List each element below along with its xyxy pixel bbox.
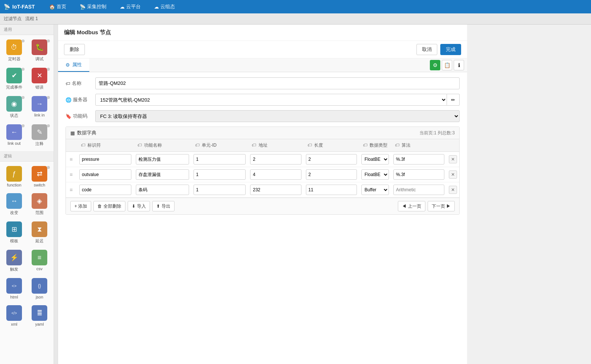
complete-button[interactable]: 完成	[440, 44, 461, 55]
input-arithmetic-1[interactable]	[393, 154, 444, 165]
import-btn[interactable]: ⬇ 导入	[128, 201, 150, 211]
html-label: html	[10, 295, 18, 299]
server-select[interactable]: 152管路气密机-QM202	[95, 94, 447, 106]
input-length-2[interactable]	[306, 169, 357, 180]
bookmark-icon: 🔖	[66, 114, 71, 119]
sidebar-item-linkout[interactable]: ← link out	[2, 122, 26, 149]
input-address-1[interactable]	[250, 154, 301, 165]
tab-copy-btn[interactable]: 📋	[442, 60, 452, 70]
sidebar-item-error[interactable]: ✕ 错误	[28, 66, 51, 92]
input-identifier-2[interactable]	[79, 169, 131, 180]
tab-settings-btn[interactable]: ⚙	[430, 60, 440, 70]
scope-label: 范围	[35, 210, 44, 215]
switch-icon: ⇄	[32, 166, 47, 182]
name-label: 🏷 名称	[66, 80, 92, 87]
input-arithmetic-3[interactable]	[393, 185, 444, 195]
timer-dot	[22, 39, 25, 42]
flow-tab[interactable]: 流程 1	[25, 16, 38, 22]
sidebar-item-switch[interactable]: ⇄ switch	[28, 164, 51, 189]
input-identifier-3[interactable]	[79, 185, 131, 195]
input-unitid-1[interactable]	[194, 154, 246, 165]
nav-home[interactable]: 🏠 首页	[46, 2, 69, 12]
input-length-3[interactable]	[306, 185, 357, 195]
editor-panel: 编辑 Modbus 节点 删除 取消 完成 ⚙ 属性 ⚙ 📋 ℹ	[58, 25, 467, 364]
row3-length	[304, 182, 359, 198]
input-address-2[interactable]	[250, 169, 301, 180]
sidebar-item-complete[interactable]: ✔ 完成事件	[2, 66, 26, 92]
sidebar-item-status[interactable]: ◉ 状态	[2, 94, 26, 121]
comment-label: 注释	[35, 141, 44, 147]
row2-unitid	[191, 167, 248, 182]
sidebar-item-linkin[interactable]: → link in	[28, 94, 51, 121]
top-nav: 📡 IoT-FAST 🏠 首页 📡 采集控制 ☁ 云平台 ☁ 云组态	[0, 0, 591, 13]
input-unitid-3[interactable]	[194, 185, 246, 195]
status-dot	[22, 96, 25, 99]
nav-topology[interactable]: ☁ 云组态	[151, 2, 178, 12]
input-identifier-1[interactable]	[79, 154, 131, 165]
sidebar-item-func[interactable]: ƒ function	[2, 164, 26, 189]
input-funcname-3[interactable]	[136, 185, 189, 195]
dict-footer: + 添加 🗑 全部删除 ⬇ 导入 ⬆ 导出	[66, 198, 459, 214]
input-arithmetic-2[interactable]	[393, 169, 444, 180]
dict-header: ▦ 数据字典 当前页:1 列总数:3	[66, 127, 459, 139]
delay-icon: ⧗	[32, 221, 47, 237]
template-icon: ⊞	[6, 221, 22, 237]
switch-dot	[47, 166, 50, 169]
input-length-1[interactable]	[306, 154, 357, 165]
delete-row1-btn[interactable]: ✕	[449, 155, 457, 163]
th-arithmetic-icon: 🏷	[395, 143, 399, 148]
prev-page-btn[interactable]: ◀ 上一页	[398, 201, 425, 211]
input-funcname-2[interactable]	[136, 169, 189, 180]
server-edit-btn[interactable]: ✏	[447, 94, 460, 106]
add-row-btn[interactable]: + 添加	[70, 201, 91, 211]
export-btn[interactable]: ⬆ 导出	[152, 201, 175, 211]
export-icon: ⬆	[156, 204, 160, 209]
sidebar-item-comment[interactable]: ✎ 注释	[28, 122, 51, 149]
delete-all-btn[interactable]: 🗑 全部删除	[93, 201, 125, 211]
next-page-btn[interactable]: 下一页 ▶	[428, 201, 455, 211]
sidebar-item-yaml[interactable]: ≣ yaml	[28, 303, 51, 329]
delete-row2-btn[interactable]: ✕	[449, 170, 457, 179]
sidebar-item-trigger[interactable]: ⚡ 触发	[2, 248, 26, 274]
nav-collect[interactable]: 📡 采集控制	[77, 2, 109, 12]
json-icon: {}	[32, 278, 47, 294]
funccode-select[interactable]: FC 3: 读取保持寄存器FC 1: 读取线圈FC 2: 读取离散输入	[95, 110, 460, 122]
row1-address	[248, 152, 303, 167]
comment-dot	[47, 124, 50, 127]
select-datatype-1[interactable]: FloatBE FloatLE Int16BE Buffer	[361, 154, 389, 165]
nav-cloud[interactable]: ☁ 云平台	[117, 2, 144, 12]
delete-button[interactable]: 删除	[64, 44, 85, 55]
sidebar-item-scope[interactable]: ◈ 范围	[28, 191, 51, 218]
cloud-icon: ☁	[120, 4, 125, 10]
tab-properties[interactable]: ⚙ 属性	[58, 58, 89, 72]
tag-icon: 🏷	[66, 81, 70, 86]
sidebar-item-csv[interactable]: ≡ csv	[28, 248, 51, 274]
sidebar-item-xml[interactable]: </> xml	[2, 303, 26, 329]
sidebar-item-timer[interactable]: ⏱ 定时器	[2, 37, 26, 64]
input-address-3[interactable]	[250, 185, 301, 195]
sidebar-item-change[interactable]: ↔ 改变	[2, 191, 26, 218]
input-funcname-1[interactable]	[136, 154, 189, 165]
section-logic: 逻辑	[0, 151, 54, 162]
drag-handle-2[interactable]: ≡	[68, 172, 74, 178]
select-datatype-3[interactable]: FloatBE Buffer FloatLE Int16BE	[361, 185, 389, 195]
th-length: 🏷 长度	[304, 139, 359, 152]
tab-info-btn[interactable]: ℹ	[454, 60, 464, 70]
sidebar-item-debug[interactable]: 🐛 调试	[28, 37, 51, 64]
th-address-icon: 🏷	[252, 143, 256, 148]
sidebar-item-html[interactable]: <> html	[2, 276, 26, 301]
canvas-area	[54, 25, 58, 364]
linkin-label: link in	[34, 113, 45, 117]
input-unitid-2[interactable]	[194, 169, 246, 180]
select-datatype-2[interactable]: FloatBE FloatLE Int16BE Buffer	[361, 169, 389, 180]
th-action	[447, 139, 459, 152]
name-input[interactable]	[95, 77, 460, 89]
html-icon: <>	[6, 278, 22, 294]
sidebar-item-delay[interactable]: ⧗ 延迟	[28, 219, 51, 246]
delete-row3-btn[interactable]: ✕	[449, 186, 457, 194]
sidebar-item-json[interactable]: {} json	[28, 276, 51, 301]
drag-handle-1[interactable]: ≡	[68, 156, 74, 162]
drag-handle-3[interactable]: ≡	[68, 187, 74, 193]
sidebar-item-template[interactable]: ⊞ 模板	[2, 219, 26, 246]
cancel-button[interactable]: 取消	[416, 44, 437, 55]
